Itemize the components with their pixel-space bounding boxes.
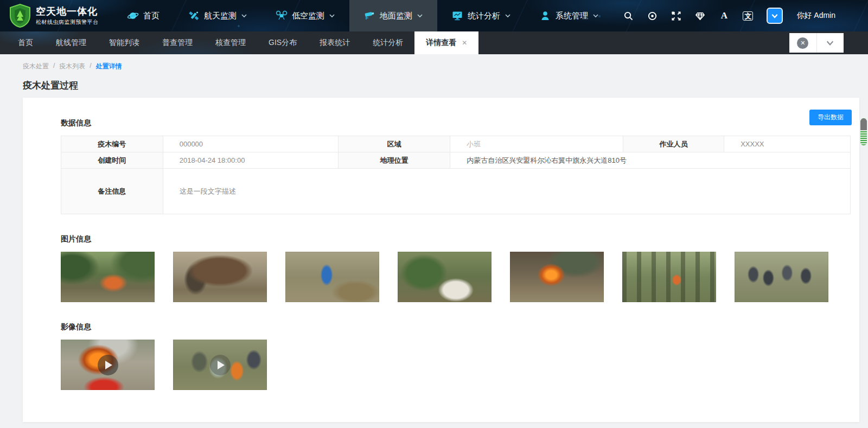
photo-thumbnail[interactable]: [622, 252, 716, 302]
field-value-remarks: 这是一段文字描述: [163, 169, 850, 214]
close-all-tabs-button[interactable]: ✕: [789, 33, 816, 53]
close-tab-icon[interactable]: ✕: [462, 39, 467, 47]
breadcrumb-item[interactable]: 疫木列表: [59, 62, 85, 71]
page-title: 疫木处置过程: [23, 79, 868, 92]
user-icon: [539, 10, 551, 22]
translate-icon[interactable]: 文: [743, 11, 753, 21]
field-label: 疫木编号: [61, 136, 163, 152]
app-logo-shield-icon: [9, 4, 31, 28]
chevron-down-icon: [592, 12, 599, 19]
detail-card: 导出数据 数据信息 疫木编号 000000 区域 小班 作业人员 XXXXX 创…: [23, 98, 859, 422]
search-icon[interactable]: [623, 11, 634, 21]
export-data-button[interactable]: 导出数据: [809, 110, 852, 125]
tab-bar: 首页 航线管理 智能判读 普查管理 核查管理 GIS分布 报表统计 统计分析 详…: [0, 31, 868, 54]
video-thumbnail[interactable]: [173, 340, 267, 390]
photo-gallery: [61, 252, 851, 302]
nav-item-low-altitude-monitoring[interactable]: 低空监测: [261, 0, 349, 31]
tab-statistics-analysis[interactable]: 统计分析: [361, 31, 414, 54]
chevron-down-icon: [241, 12, 247, 19]
field-label: 区域: [338, 136, 450, 152]
photo-thumbnail[interactable]: [510, 252, 604, 302]
user-greeting: 你好 Admin: [796, 11, 835, 21]
top-action-icons: A 文 你好 Admin: [623, 8, 835, 24]
nav-item-aerospace-monitoring[interactable]: 航天监测: [174, 0, 261, 31]
tab-intelligent-interpretation[interactable]: 智能判读: [98, 31, 151, 54]
avatar-dropdown-button[interactable]: [767, 8, 783, 24]
close-all-icon: ✕: [800, 40, 805, 47]
nav-label: 低空监测: [292, 11, 324, 21]
tab-report-statistics[interactable]: 报表统计: [308, 31, 361, 54]
section-title-video-info: 影像信息: [61, 322, 851, 332]
nav-label: 地面监测: [380, 11, 412, 21]
scrollbar-thumb[interactable]: [860, 118, 867, 145]
nav-label: 航天监测: [204, 11, 237, 21]
breadcrumb-item[interactable]: 疫木处置: [23, 62, 49, 71]
app-title: 空天地一体化: [36, 5, 99, 17]
chevron-down-icon: [417, 12, 423, 19]
nav-label: 首页: [143, 11, 159, 21]
field-value-location: 内蒙古自治区兴安盟科尔沁右翼中旗永兴大道810号: [450, 152, 851, 169]
photo-thumbnail[interactable]: [173, 252, 267, 302]
chevron-down-icon: [771, 12, 778, 20]
cctv-camera-icon: [363, 10, 375, 22]
font-size-icon[interactable]: A: [719, 11, 729, 21]
field-value-operator: XXXXX: [724, 136, 851, 152]
play-button-icon: [98, 355, 118, 375]
nav-label: 统计分析: [468, 11, 500, 21]
photo-thumbnail[interactable]: [61, 252, 155, 302]
tab-gis-distribution[interactable]: GIS分布: [257, 31, 308, 54]
brand: 空天地一体化 松材线虫病监测预警平台: [9, 4, 105, 28]
nav-item-statistics-analysis[interactable]: 统计分析: [437, 0, 525, 31]
chevron-down-icon: [329, 12, 335, 19]
tab-home[interactable]: 首页: [7, 31, 44, 54]
section-title-data-info: 数据信息: [61, 118, 851, 128]
gem-icon[interactable]: [695, 11, 705, 21]
satellite-icon: [188, 10, 200, 22]
field-label: 作业人员: [623, 136, 724, 152]
main-navigation: 首页 航天监测 低空监测: [113, 0, 613, 31]
drone-icon: [276, 10, 288, 22]
field-value-wood-id: 000000: [163, 136, 338, 152]
monitor-chart-icon: [451, 10, 463, 22]
nav-item-ground-monitoring[interactable]: 地面监测: [349, 0, 437, 31]
photo-thumbnail[interactable]: [735, 252, 828, 302]
nav-label: 系统管理: [556, 11, 588, 21]
breadcrumb-current: 处置详情: [96, 62, 122, 71]
field-value-region: 小班: [450, 136, 623, 152]
video-thumbnail[interactable]: [61, 340, 155, 390]
app-subtitle: 松材线虫病监测预警平台: [36, 18, 99, 26]
breadcrumb-separator: /: [90, 62, 91, 71]
fullscreen-icon[interactable]: [671, 11, 681, 21]
planet-icon: [127, 10, 139, 22]
field-label: 备注信息: [61, 169, 163, 214]
brand-text: 空天地一体化 松材线虫病监测预警平台: [36, 5, 99, 26]
tab-options-dropdown[interactable]: [816, 33, 844, 53]
tab-census-management[interactable]: 普查管理: [151, 31, 204, 54]
photo-thumbnail[interactable]: [285, 252, 379, 302]
field-value-created-time: 2018-04-24 18:00:00: [163, 152, 338, 169]
photo-thumbnail[interactable]: [398, 252, 492, 302]
tab-detail-view-active[interactable]: 详情查看 ✕: [414, 31, 478, 54]
table-row: 备注信息 这是一段文字描述: [61, 169, 851, 214]
locate-target-icon[interactable]: [647, 11, 658, 21]
data-info-table: 疫木编号 000000 区域 小班 作业人员 XXXXX 创建时间 2018-0…: [61, 136, 851, 214]
tab-verification-management[interactable]: 核查管理: [204, 31, 257, 54]
nav-item-system-management[interactable]: 系统管理: [525, 0, 613, 31]
chevron-down-icon: [826, 39, 834, 47]
breadcrumb: 疫木处置 / 疫木列表 / 处置详情: [23, 62, 868, 71]
section-title-image-info: 图片信息: [61, 234, 851, 244]
video-gallery: [61, 340, 851, 390]
field-label: 地理位置: [338, 152, 450, 169]
table-row: 创建时间 2018-04-24 18:00:00 地理位置 内蒙古自治区兴安盟科…: [61, 152, 851, 169]
field-label: 创建时间: [61, 152, 163, 169]
play-button-icon: [210, 355, 231, 375]
chevron-down-icon: [505, 12, 511, 19]
tab-route-management[interactable]: 航线管理: [44, 31, 98, 54]
tab-controls: ✕: [789, 33, 844, 53]
top-navigation-bar: 空天地一体化 松材线虫病监测预警平台 首页 航天监测: [0, 0, 868, 31]
table-row: 疫木编号 000000 区域 小班 作业人员 XXXXX: [61, 136, 851, 152]
nav-item-home[interactable]: 首页: [113, 0, 174, 31]
breadcrumb-separator: /: [53, 62, 55, 71]
